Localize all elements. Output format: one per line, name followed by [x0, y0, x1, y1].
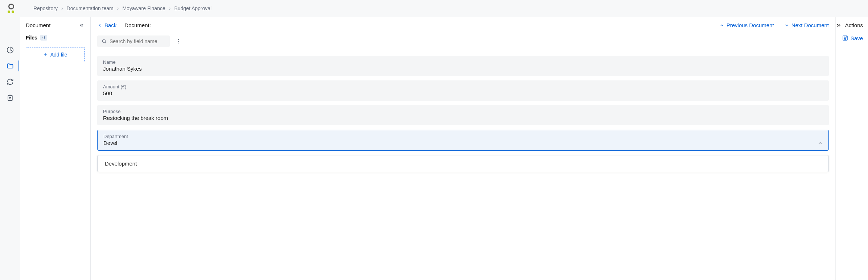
topbar: Repository › Documentation team › Moyawa…	[0, 0, 868, 17]
folder-icon[interactable]	[6, 62, 14, 70]
field-name-label: Name	[103, 59, 823, 65]
breadcrumb-item-current: Budget Approval	[174, 5, 211, 11]
files-label: Files	[26, 35, 37, 41]
svg-point-3	[178, 39, 179, 40]
field-amount[interactable]: Amount (€)	[97, 80, 829, 101]
breadcrumb: Repository › Documentation team › Moyawa…	[33, 5, 211, 11]
add-file-label: Add file	[50, 52, 67, 58]
left-rail	[0, 17, 20, 280]
svg-point-4	[178, 41, 179, 42]
search-field[interactable]	[97, 35, 170, 47]
expand-actions-icon[interactable]	[836, 22, 842, 28]
field-purpose[interactable]: Purpose	[97, 105, 829, 125]
save-label: Save	[851, 35, 863, 41]
back-label: Back	[104, 22, 116, 28]
chevron-right-icon: ›	[61, 5, 63, 11]
pie-chart-icon[interactable]	[6, 46, 14, 54]
chevron-up-icon[interactable]	[818, 141, 823, 146]
breadcrumb-item-1[interactable]: Documentation team	[67, 5, 114, 11]
field-department-value[interactable]	[103, 140, 818, 146]
svg-point-7	[844, 38, 846, 39]
search-input[interactable]	[110, 38, 165, 44]
refresh-icon[interactable]	[6, 78, 14, 86]
search-icon	[102, 38, 107, 44]
breadcrumb-item-0[interactable]: Repository	[33, 5, 58, 11]
save-button[interactable]: Save	[842, 35, 863, 41]
chevron-right-icon: ›	[117, 5, 119, 11]
field-amount-value[interactable]	[103, 90, 823, 96]
svg-point-2	[102, 39, 105, 42]
field-amount-label: Amount (€)	[103, 84, 823, 89]
more-options-icon[interactable]	[176, 38, 181, 44]
clipboard-edit-icon[interactable]	[6, 94, 14, 102]
field-purpose-label: Purpose	[103, 109, 823, 114]
department-dropdown: Development	[97, 155, 829, 172]
app-logo	[7, 4, 16, 13]
svg-rect-1	[8, 95, 12, 100]
next-document-label: Next Document	[791, 22, 829, 28]
previous-document-label: Previous Document	[727, 22, 774, 28]
svg-point-5	[178, 43, 179, 43]
field-name[interactable]: Name	[97, 56, 829, 76]
breadcrumb-item-2[interactable]: Moyaware Finance	[122, 5, 165, 11]
document-title: Document:	[124, 22, 151, 28]
files-count-badge: 0	[40, 35, 47, 41]
field-department[interactable]: Department	[97, 130, 829, 151]
back-button[interactable]: Back	[97, 22, 116, 28]
dropdown-option[interactable]: Development	[105, 160, 821, 167]
next-document-button[interactable]: Next Document	[784, 22, 829, 28]
files-panel: Document Files 0 Add file	[20, 17, 91, 280]
add-file-button[interactable]: Add file	[26, 47, 85, 62]
previous-document-button[interactable]: Previous Document	[719, 22, 774, 28]
field-purpose-value[interactable]	[103, 115, 823, 121]
actions-panel: Actions Save	[835, 17, 868, 280]
files-panel-title: Document	[26, 22, 50, 28]
field-department-label: Department	[103, 134, 823, 139]
actions-title: Actions	[845, 22, 863, 28]
collapse-panel-icon[interactable]	[79, 22, 85, 28]
field-name-value[interactable]	[103, 66, 823, 72]
main-content: Back Document: Previous Document Next Do…	[91, 17, 835, 280]
chevron-right-icon: ›	[169, 5, 171, 11]
